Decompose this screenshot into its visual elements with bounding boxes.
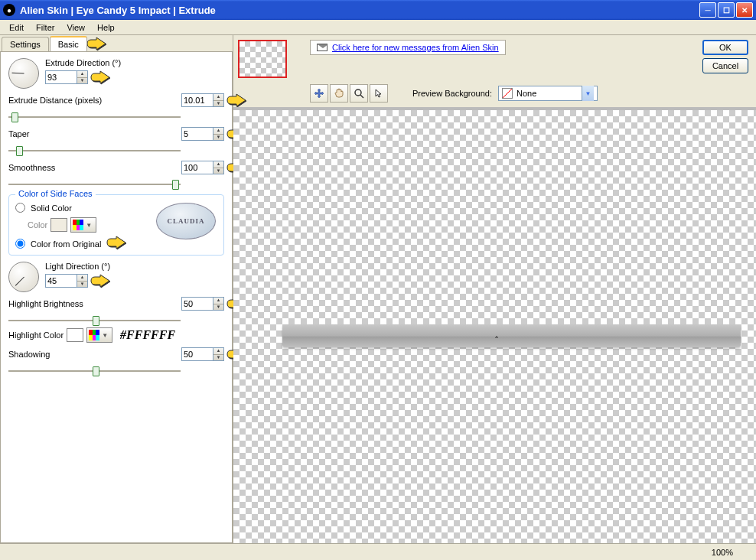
palette-icon bbox=[89, 330, 99, 340]
preview-thumbnail[interactable] bbox=[238, 40, 287, 78]
side-color-swatch[interactable] bbox=[51, 218, 67, 232]
titlebar: ● Alien Skin | Eye Candy 5 Impact | Extr… bbox=[0, 0, 756, 20]
solid-color-radio[interactable]: Solid Color bbox=[15, 201, 72, 213]
svg-line-1 bbox=[360, 95, 363, 98]
none-icon bbox=[502, 88, 513, 99]
taper-input[interactable] bbox=[181, 127, 213, 141]
text-caret-icon: ‸ bbox=[495, 327, 498, 338]
cancel-button[interactable]: Cancel bbox=[702, 58, 748, 73]
shadowing-spinner[interactable]: ▲▼ bbox=[213, 347, 224, 361]
highlight-color-palette-button[interactable]: ▼ bbox=[86, 327, 112, 343]
preview-bg-label: Preview Background: bbox=[412, 89, 492, 98]
tab-basic[interactable]: Basic bbox=[50, 36, 87, 51]
preview-panel: Click here for new messages from Alien S… bbox=[233, 35, 756, 543]
extrude-direction-dial[interactable] bbox=[8, 58, 39, 89]
tabs: Settings Basic bbox=[0, 35, 233, 52]
taper-label: Taper bbox=[8, 129, 30, 138]
svg-point-0 bbox=[355, 90, 361, 96]
menu-view[interactable]: View bbox=[60, 21, 91, 34]
tool-zoom[interactable] bbox=[350, 84, 368, 103]
shadowing-slider[interactable] bbox=[8, 366, 181, 378]
pointer-icon bbox=[90, 274, 111, 288]
taper-slider[interactable] bbox=[8, 145, 181, 158]
light-direction-label: Light Direction (°) bbox=[45, 262, 110, 271]
preview-bg-select[interactable]: None ▼ bbox=[498, 86, 598, 101]
smoothness-label: Smoothness bbox=[8, 163, 55, 172]
preview-canvas[interactable]: ‸ bbox=[233, 107, 756, 543]
highlight-brightness-input[interactable] bbox=[181, 297, 213, 311]
pointer-icon bbox=[106, 236, 127, 249]
color-label: Color bbox=[28, 220, 47, 230]
highlight-brightness-label: Highlight Brightness bbox=[8, 299, 83, 308]
pointer-icon bbox=[86, 37, 107, 50]
light-direction-dial[interactable] bbox=[8, 262, 39, 292]
light-direction-input[interactable] bbox=[45, 274, 77, 288]
extrude-direction-label: Extrude Direction (°) bbox=[45, 58, 121, 67]
palette-icon bbox=[73, 220, 83, 230]
app-icon: ● bbox=[3, 4, 15, 16]
highlight-brightness-slider[interactable] bbox=[8, 315, 181, 327]
side-faces-legend: Color of Side Faces bbox=[15, 189, 96, 198]
highlight-color-hex: #FFFFFF bbox=[120, 328, 175, 342]
window-title: Alien Skin | Eye Candy 5 Impact | Extrud… bbox=[20, 5, 699, 16]
side-faces-group: Color of Side Faces CLAUDIA Solid Color … bbox=[8, 194, 224, 256]
zoom-level: 100% bbox=[712, 548, 733, 557]
menu-edit[interactable]: Edit bbox=[3, 21, 30, 34]
menu-filter[interactable]: Filter bbox=[30, 21, 60, 34]
extrude-distance-slider[interactable] bbox=[8, 112, 181, 124]
smoothness-spinner[interactable]: ▲▼ bbox=[213, 161, 224, 174]
statusbar: 100% bbox=[0, 543, 756, 560]
preview-toolbar: Preview Background: None ▼ bbox=[233, 83, 756, 107]
pointer-icon bbox=[90, 70, 111, 84]
extruded-shape bbox=[282, 324, 741, 347]
extrude-direction-spinner[interactable]: ▲▼ bbox=[77, 70, 88, 84]
extrude-distance-label: Extrude Distance (pixels) bbox=[8, 96, 102, 105]
tool-hand[interactable] bbox=[330, 84, 348, 103]
extrude-distance-input[interactable] bbox=[181, 93, 213, 107]
shadowing-label: Shadowing bbox=[8, 350, 50, 359]
highlight-brightness-spinner[interactable]: ▲▼ bbox=[213, 297, 224, 311]
menubar: Edit Filter View Help bbox=[0, 20, 756, 35]
chevron-down-icon: ▼ bbox=[582, 86, 594, 101]
highlight-color-swatch[interactable] bbox=[67, 328, 83, 342]
message-link[interactable]: Click here for new messages from Alien S… bbox=[310, 40, 506, 55]
highlight-color-label: Highlight Color bbox=[8, 330, 64, 340]
taper-spinner[interactable]: ▲▼ bbox=[213, 127, 224, 141]
tool-cursor[interactable] bbox=[370, 84, 388, 103]
side-color-palette-button[interactable]: ▼ bbox=[70, 217, 96, 233]
light-direction-spinner[interactable]: ▲▼ bbox=[77, 274, 88, 288]
tool-move[interactable] bbox=[310, 84, 328, 103]
maximize-button[interactable]: ☐ bbox=[718, 2, 735, 18]
ok-button[interactable]: OK bbox=[702, 40, 748, 55]
color-from-original-radio[interactable]: Color from Original bbox=[15, 237, 101, 249]
smoothness-input[interactable] bbox=[181, 161, 213, 174]
shadowing-input[interactable] bbox=[181, 347, 213, 361]
extrude-distance-spinner[interactable]: ▲▼ bbox=[213, 93, 224, 107]
tab-settings[interactable]: Settings bbox=[2, 37, 49, 51]
minimize-button[interactable]: ─ bbox=[699, 2, 716, 18]
menu-help[interactable]: Help bbox=[91, 21, 121, 34]
close-button[interactable]: ✕ bbox=[736, 2, 753, 18]
settings-panel: Settings Basic Extrude Direction (°) ▲▼ bbox=[0, 35, 233, 543]
extrude-direction-input[interactable] bbox=[45, 70, 77, 84]
envelope-icon bbox=[317, 44, 327, 51]
